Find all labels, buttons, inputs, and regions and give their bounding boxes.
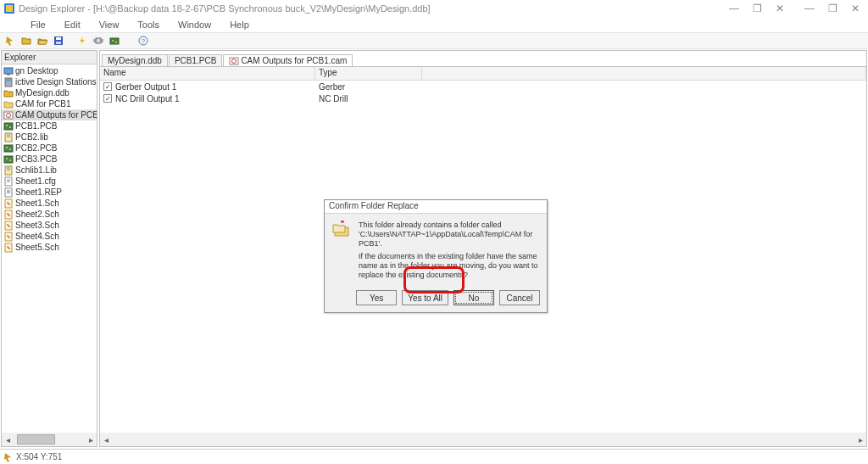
col-name[interactable]: Name [100, 67, 315, 80]
station-icon [3, 77, 14, 87]
tree-item[interactable]: ictive Design Stations [2, 76, 97, 87]
tree-item[interactable]: CAM Outputs for PCB1.cam [2, 109, 97, 120]
tree-label: CAM Outputs for PCB1.cam [15, 110, 97, 120]
svg-rect-3 [56, 37, 61, 40]
menu-tools[interactable]: Tools [132, 19, 164, 31]
tree-item[interactable]: Sheet1.REP [2, 187, 97, 198]
folder-icon [3, 99, 14, 109]
explorer-tree[interactable]: gn Desktopictive Design StationsMyDesign… [2, 64, 97, 433]
window-controls: — ❐ ✕ [804, 3, 865, 14]
toolbar-lightning-icon[interactable] [75, 34, 89, 48]
ddb-icon [3, 88, 14, 98]
col-rest[interactable] [422, 67, 866, 80]
tree-item[interactable]: Sheet4.Sch [2, 231, 97, 242]
child-close-button[interactable]: ✕ [776, 3, 784, 14]
checkbox[interactable]: ✓ [103, 82, 112, 91]
cam-icon [3, 110, 14, 120]
document-tab[interactable]: MyDesign.ddb [102, 54, 168, 66]
col-type[interactable]: Type [315, 67, 422, 80]
status-coords: X:504 Y:751 [16, 452, 62, 461]
maximize-button[interactable]: ❐ [828, 3, 837, 14]
list-row[interactable]: ✓Gerber Output 1Gerber [100, 81, 866, 92]
pcb-icon [3, 143, 14, 154]
tab-label: MyDesign.ddb [108, 56, 162, 65]
tree-item[interactable]: PCB1.PCB [2, 120, 97, 131]
tree-item[interactable]: Sheet1.Sch [2, 198, 97, 209]
tree-item[interactable]: CAM for PCB1 [2, 98, 97, 109]
tab-label: CAM Outputs for PCB1.cam [241, 56, 347, 65]
desktop-icon [3, 66, 14, 76]
menu-view[interactable]: View [94, 19, 125, 31]
tree-label: gn Desktop [15, 66, 58, 75]
svg-point-28 [6, 147, 8, 148]
sch-icon [3, 232, 14, 242]
yes-to-all-button[interactable]: Yes to All [402, 290, 448, 305]
tree-item[interactable]: PCB2.PCB [2, 143, 97, 154]
no-button[interactable]: No [453, 290, 494, 305]
content-scroll-right-icon[interactable]: ▸ [854, 433, 866, 445]
toolbar: ? [0, 32, 868, 49]
tree-item[interactable]: MyDesign.ddb [2, 87, 97, 98]
list-header: Name Type [100, 67, 866, 81]
document-tab[interactable]: CAM Outputs for PCB1.cam [223, 54, 353, 66]
scroll-left-icon[interactable]: ◂ [2, 433, 14, 445]
child-restore-button[interactable]: ❐ [753, 3, 762, 14]
scroll-thumb[interactable] [17, 434, 55, 444]
tree-item[interactable]: Sheet2.Sch [2, 209, 97, 220]
menu-file[interactable]: File [25, 19, 51, 31]
menu-edit[interactable]: Edit [59, 19, 86, 31]
tree-label: Schlib1.Lib [15, 165, 57, 175]
tree-label: Sheet2.Sch [15, 210, 59, 219]
svg-point-12 [115, 42, 117, 43]
explorer-title: Explorer [4, 53, 36, 62]
svg-rect-1 [6, 5, 13, 12]
tree-item[interactable]: PCB2.lib [2, 131, 97, 143]
pcb-icon [3, 154, 14, 165]
dialog-line2: If the documents in the existing folder … [359, 252, 540, 280]
cancel-button[interactable]: Cancel [499, 290, 540, 305]
svg-rect-27 [4, 145, 13, 152]
svg-rect-18 [6, 79, 11, 81]
minimize-button[interactable]: — [804, 3, 815, 14]
close-button[interactable]: ✕ [851, 3, 860, 14]
toolbar-save-icon[interactable] [52, 34, 65, 48]
list-row[interactable]: ✓NC Drill Output 1NC Drill [100, 92, 866, 104]
explorer-scrollbar[interactable]: ◂ ▸ [2, 433, 97, 446]
sch-icon [3, 210, 14, 220]
tree-label: Sheet1.Sch [15, 198, 59, 208]
menu-window[interactable]: Window [173, 19, 216, 31]
toolbar-folder-icon[interactable] [19, 34, 33, 48]
svg-text:?: ? [142, 37, 146, 45]
lib-icon [3, 165, 14, 176]
document-tab[interactable]: PCB1.PCB [169, 54, 222, 66]
tree-item[interactable]: Sheet1.cfg [2, 176, 97, 187]
tree-label: ictive Design Stations [15, 77, 97, 87]
svg-rect-5 [96, 38, 101, 43]
menu-help[interactable]: Help [225, 19, 254, 31]
row-name: NC Drill Output 1 [115, 94, 180, 103]
toolbar-open-folder-icon[interactable] [36, 34, 49, 48]
cfg-icon [3, 176, 14, 187]
tree-item[interactable]: gn Desktop [2, 65, 97, 76]
confirm-dialog: Confirm Folder Replace This folder alrea… [324, 199, 548, 313]
toolbar-help-icon[interactable]: ? [136, 34, 150, 48]
tree-item[interactable]: PCB3.PCB [2, 154, 97, 165]
svg-rect-10 [110, 38, 119, 44]
dialog-buttons: Yes Yes to All No Cancel [325, 287, 547, 312]
lib-icon [3, 132, 14, 143]
row-type: Gerber [315, 82, 422, 92]
tree-item[interactable]: Sheet5.Sch [2, 242, 97, 253]
content-scroll-left-icon[interactable]: ◂ [100, 433, 112, 445]
scroll-right-icon[interactable]: ▸ [85, 433, 97, 445]
sch-icon [3, 243, 14, 253]
yes-button[interactable]: Yes [356, 290, 397, 305]
child-minimize-button[interactable]: — [729, 3, 739, 14]
checkbox[interactable]: ✓ [103, 94, 112, 103]
content-scrollbar[interactable]: ◂ ▸ [100, 433, 866, 446]
toolbar-chip-icon[interactable] [92, 34, 105, 48]
toolbar-pointer-icon[interactable] [3, 34, 17, 48]
toolbar-board-icon[interactable] [108, 34, 121, 48]
tree-item[interactable]: Sheet3.Sch [2, 220, 97, 231]
row-name: Gerber Output 1 [115, 82, 176, 92]
tree-item[interactable]: Schlib1.Lib [2, 165, 97, 176]
